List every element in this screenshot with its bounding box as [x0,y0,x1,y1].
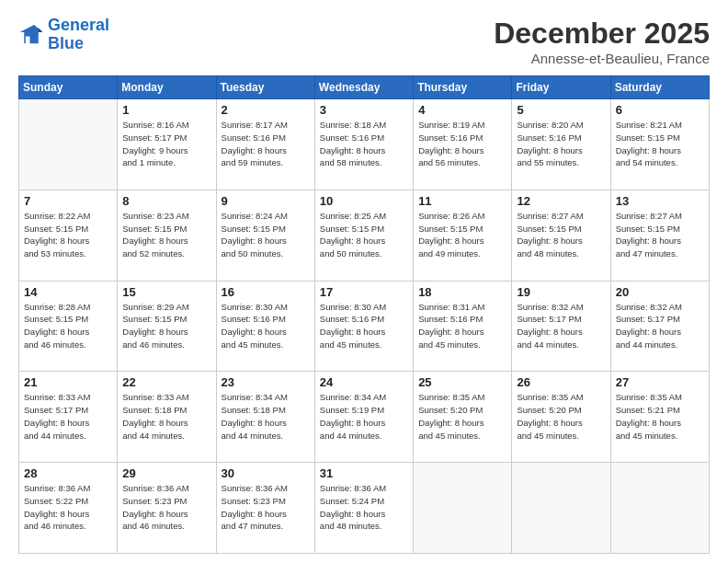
day-number: 12 [517,194,605,208]
calendar-cell: 14Sunrise: 8:28 AMSunset: 5:15 PMDayligh… [19,281,118,372]
calendar-cell: 6Sunrise: 8:21 AMSunset: 5:15 PMDaylight… [610,99,709,190]
title-block: December 2025 Annesse-et-Beaulieu, Franc… [494,17,710,66]
day-info: Sunrise: 8:34 AMSunset: 5:19 PMDaylight:… [320,391,408,442]
calendar-week-row-4: 21Sunrise: 8:33 AMSunset: 5:17 PMDayligh… [19,372,710,463]
day-number: 6 [616,103,704,117]
day-number: 21 [24,375,112,389]
day-number: 3 [320,103,408,117]
day-number: 17 [320,285,408,299]
calendar-header-row: Sunday Monday Tuesday Wednesday Thursday… [19,76,710,99]
day-number: 31 [320,466,408,480]
day-info: Sunrise: 8:25 AMSunset: 5:15 PMDaylight:… [320,210,408,260]
calendar-cell: 28Sunrise: 8:36 AMSunset: 5:22 PMDayligh… [19,463,118,554]
day-info: Sunrise: 8:19 AMSunset: 5:16 PMDaylight:… [418,119,506,169]
day-info: Sunrise: 8:34 AMSunset: 5:18 PMDaylight:… [222,391,310,442]
day-info: Sunrise: 8:21 AMSunset: 5:15 PMDaylight:… [616,119,704,169]
calendar-cell: 26Sunrise: 8:35 AMSunset: 5:20 PMDayligh… [512,372,610,463]
day-info: Sunrise: 8:30 AMSunset: 5:16 PMDaylight:… [320,301,408,351]
day-info: Sunrise: 8:36 AMSunset: 5:23 PMDaylight:… [222,482,310,533]
header-thursday: Thursday [414,76,512,99]
day-info: Sunrise: 8:31 AMSunset: 5:16 PMDaylight:… [418,301,506,351]
day-number: 16 [222,285,310,299]
day-number: 11 [418,194,506,208]
day-info: Sunrise: 8:22 AMSunset: 5:15 PMDaylight:… [24,210,112,260]
day-info: Sunrise: 8:35 AMSunset: 5:21 PMDaylight:… [616,391,704,442]
day-info: Sunrise: 8:27 AMSunset: 5:15 PMDaylight:… [616,210,704,260]
calendar-week-row-2: 7Sunrise: 8:22 AMSunset: 5:15 PMDaylight… [19,190,710,281]
calendar-cell: 17Sunrise: 8:30 AMSunset: 5:16 PMDayligh… [314,281,413,372]
day-info: Sunrise: 8:30 AMSunset: 5:16 PMDaylight:… [222,301,310,351]
day-number: 24 [320,375,408,389]
calendar-cell: 22Sunrise: 8:33 AMSunset: 5:18 PMDayligh… [118,372,216,463]
day-info: Sunrise: 8:17 AMSunset: 5:16 PMDaylight:… [222,119,310,169]
day-info: Sunrise: 8:32 AMSunset: 5:17 PMDaylight:… [517,301,605,351]
header-wednesday: Wednesday [314,76,413,99]
svg-marker-1 [39,28,43,32]
calendar-cell: 25Sunrise: 8:35 AMSunset: 5:20 PMDayligh… [414,372,512,463]
day-number: 25 [418,375,506,389]
day-info: Sunrise: 8:20 AMSunset: 5:16 PMDaylight:… [517,119,605,169]
calendar-cell: 29Sunrise: 8:36 AMSunset: 5:23 PMDayligh… [118,463,216,554]
day-info: Sunrise: 8:23 AMSunset: 5:15 PMDaylight:… [122,210,210,260]
header-sunday: Sunday [19,76,118,99]
month-title: December 2025 [494,17,710,51]
day-number: 8 [122,194,210,208]
page: General Blue December 2025 Annesse-et-Be… [0,0,728,563]
header-friday: Friday [512,76,610,99]
calendar-cell: 20Sunrise: 8:32 AMSunset: 5:17 PMDayligh… [610,281,709,372]
calendar-cell: 8Sunrise: 8:23 AMSunset: 5:15 PMDaylight… [118,190,216,281]
logo-text-blue: Blue [48,35,109,53]
calendar-cell [414,463,512,554]
calendar-cell: 9Sunrise: 8:24 AMSunset: 5:15 PMDaylight… [216,190,314,281]
day-info: Sunrise: 8:16 AMSunset: 5:17 PMDaylight:… [122,119,210,169]
svg-marker-0 [20,25,43,43]
calendar-cell: 23Sunrise: 8:34 AMSunset: 5:18 PMDayligh… [216,372,314,463]
calendar-cell: 5Sunrise: 8:20 AMSunset: 5:16 PMDaylight… [512,99,610,190]
calendar-cell: 13Sunrise: 8:27 AMSunset: 5:15 PMDayligh… [610,190,709,281]
day-number: 5 [517,103,605,117]
calendar-cell: 21Sunrise: 8:33 AMSunset: 5:17 PMDayligh… [19,372,118,463]
calendar-cell: 4Sunrise: 8:19 AMSunset: 5:16 PMDaylight… [414,99,512,190]
day-number: 20 [616,285,704,299]
calendar-cell: 2Sunrise: 8:17 AMSunset: 5:16 PMDaylight… [216,99,314,190]
day-number: 14 [24,285,112,299]
header-monday: Monday [118,76,216,99]
day-number: 4 [418,103,506,117]
day-info: Sunrise: 8:27 AMSunset: 5:15 PMDaylight:… [517,210,605,260]
day-info: Sunrise: 8:26 AMSunset: 5:15 PMDaylight:… [418,210,506,260]
header-saturday: Saturday [610,76,709,99]
calendar-cell: 10Sunrise: 8:25 AMSunset: 5:15 PMDayligh… [314,190,413,281]
day-info: Sunrise: 8:28 AMSunset: 5:15 PMDaylight:… [24,301,112,351]
day-info: Sunrise: 8:36 AMSunset: 5:24 PMDaylight:… [320,482,408,533]
day-number: 1 [122,103,210,117]
calendar-cell [610,463,709,554]
day-number: 13 [616,194,704,208]
day-number: 15 [122,285,210,299]
calendar-cell: 3Sunrise: 8:18 AMSunset: 5:16 PMDaylight… [314,99,413,190]
day-info: Sunrise: 8:29 AMSunset: 5:15 PMDaylight:… [122,301,210,351]
calendar-cell [19,99,118,190]
location-subtitle: Annesse-et-Beaulieu, France [494,51,710,66]
calendar-cell [512,463,610,554]
calendar-cell: 15Sunrise: 8:29 AMSunset: 5:15 PMDayligh… [118,281,216,372]
day-number: 22 [122,375,210,389]
calendar-cell: 1Sunrise: 8:16 AMSunset: 5:17 PMDaylight… [118,99,216,190]
header-tuesday: Tuesday [216,76,314,99]
logo-icon [18,22,44,48]
day-info: Sunrise: 8:18 AMSunset: 5:16 PMDaylight:… [320,119,408,169]
calendar-cell: 31Sunrise: 8:36 AMSunset: 5:24 PMDayligh… [314,463,413,554]
logo: General Blue [18,17,109,53]
calendar-table: Sunday Monday Tuesday Wednesday Thursday… [18,75,710,554]
day-info: Sunrise: 8:33 AMSunset: 5:17 PMDaylight:… [24,391,112,442]
header: General Blue December 2025 Annesse-et-Be… [18,17,710,66]
day-number: 30 [222,466,310,480]
calendar-week-row-3: 14Sunrise: 8:28 AMSunset: 5:15 PMDayligh… [19,281,710,372]
day-info: Sunrise: 8:35 AMSunset: 5:20 PMDaylight:… [418,391,506,442]
day-info: Sunrise: 8:33 AMSunset: 5:18 PMDaylight:… [122,391,210,442]
day-number: 27 [616,375,704,389]
day-number: 26 [517,375,605,389]
calendar-cell: 19Sunrise: 8:32 AMSunset: 5:17 PMDayligh… [512,281,610,372]
calendar-week-row-5: 28Sunrise: 8:36 AMSunset: 5:22 PMDayligh… [19,463,710,554]
day-number: 29 [122,466,210,480]
day-info: Sunrise: 8:24 AMSunset: 5:15 PMDaylight:… [222,210,310,260]
